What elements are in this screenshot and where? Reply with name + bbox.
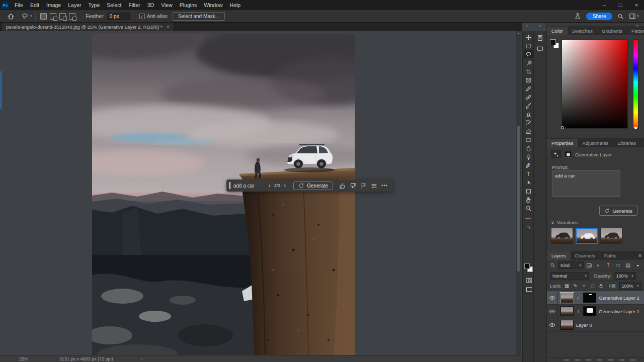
zoom-level-field[interactable]: 25% [19,356,28,361]
visibility-eye-icon[interactable] [547,291,558,305]
clone-stamp-tool[interactable] [524,110,533,118]
comments-panel-icon[interactable] [536,45,544,53]
hand-tool[interactable] [524,196,533,204]
lock-image-icon[interactable]: ✎ [573,283,579,289]
canvas-area[interactable]: add a car ‹ 2/3 › Generate ••• ▲ [0,31,522,355]
lock-all-icon[interactable] [598,283,604,289]
menu-view[interactable]: View [157,0,176,10]
layer-mask-thumbnail[interactable] [583,306,596,316]
blend-mode-select[interactable]: Normal▾ [550,272,589,280]
layer-name[interactable]: Generative Layer 1 [599,309,639,314]
type-tool[interactable]: T [524,170,533,178]
saturation-brightness-field[interactable] [561,39,628,129]
maximize-button[interactable]: □ [613,0,628,10]
menu-plugins[interactable]: Plugins [176,0,200,10]
menu-help[interactable]: Help [226,0,245,10]
gradient-tool[interactable] [524,136,533,144]
collapse-toolbar-icon[interactable]: » [525,23,528,28]
tab-paths[interactable]: Paths [600,251,621,260]
layer-thumbnail[interactable] [560,320,574,330]
lasso-tool-preset-icon[interactable]: ▾ [21,13,32,20]
brush-tool[interactable] [524,102,533,110]
marquee-tool[interactable] [524,42,533,50]
tab-gradients[interactable]: Gradients [597,27,627,35]
foreground-color-swatch[interactable] [524,263,530,269]
menu-file[interactable]: File [11,0,27,10]
tab-layers[interactable]: Layers [547,251,571,260]
panel-menu-icon[interactable]: ≡ [635,253,644,260]
history-brush-tool[interactable] [524,119,533,127]
scrollbar-thumb[interactable] [517,126,520,272]
hue-slider[interactable] [633,39,638,129]
prompt-textarea[interactable]: add a car [552,170,620,197]
quick-mask-icon[interactable] [524,276,533,284]
tab-swatches[interactable]: Swatches [568,27,597,35]
select-and-mask-button[interactable]: Select and Mask... [173,12,225,21]
antialias-checkbox[interactable]: ✓ [139,14,145,19]
variation-thumbnail-2-selected[interactable] [576,228,598,244]
foreground-background-swatches[interactable] [524,263,533,273]
report-flag-icon[interactable] [358,183,369,189]
layers-footer-icons[interactable] [547,357,644,362]
swap-colors-icon[interactable] [524,224,533,232]
document-image[interactable] [92,34,355,355]
intersect-selection-icon[interactable] [69,13,75,20]
filter-adjustment-layers-icon[interactable]: ◐ [595,262,602,268]
layer-thumbnail[interactable] [560,293,574,303]
tab-properties[interactable]: Properties [547,139,578,147]
filter-pixel-layers-icon[interactable] [586,262,592,268]
tech-preview-icon[interactable] [574,13,581,20]
layer-mask-thumbnail[interactable] [583,293,596,303]
filter-search-icon[interactable] [550,262,555,268]
close-tab-icon[interactable]: × [167,24,170,30]
workspace-icon[interactable]: ▾ [629,13,639,20]
scroll-up-icon[interactable]: ▲ [516,32,521,35]
visibility-eye-icon[interactable] [547,305,558,318]
filter-smart-objects-icon[interactable]: ▤ [624,262,632,268]
variation-thumbnail-3[interactable] [600,228,622,244]
close-button[interactable]: × [629,0,644,10]
document-tab[interactable]: pexels-angelo-duranti-3512848.jpg @ 25% … [2,23,174,31]
menu-select[interactable]: Select [103,0,125,10]
feather-input[interactable]: 0 px [107,13,130,20]
thumbs-up-icon[interactable] [337,183,348,189]
quick-selection-tool[interactable] [524,59,533,67]
eyedropper-tool[interactable] [524,84,533,93]
collapse-panels-icon[interactable]: » [636,23,638,28]
next-variation-button[interactable]: › [280,182,289,189]
tab-channels[interactable]: Channels [571,251,600,260]
move-tool[interactable] [524,33,533,41]
collapse-dock-icon[interactable]: » [538,23,541,28]
menu-image[interactable]: Image [43,0,64,10]
share-button[interactable]: Share [586,13,613,20]
visibility-eye-icon[interactable] [547,318,558,332]
menu-window[interactable]: Window [200,0,226,10]
variation-thumbnail-1[interactable] [551,228,573,244]
filter-shape-layers-icon[interactable]: □ [614,262,622,268]
filter-type-layers-icon[interactable]: T [605,262,612,268]
variations-chevron-icon[interactable]: ∨ [551,220,554,225]
menu-filter[interactable]: Filter [125,0,143,10]
layer-row-generative-layer-2[interactable]: Generative Layer 2 [547,291,644,305]
frame-tool[interactable] [524,76,533,84]
tab-libraries[interactable]: Libraries [613,139,640,147]
taskbar-more-icon[interactable]: ••• [379,183,390,188]
panel-menu-icon[interactable]: ≡ [640,140,644,147]
pen-tool[interactable] [524,161,533,169]
dodge-tool[interactable] [524,153,533,161]
taskbar-settings-icon[interactable] [369,183,379,189]
layer-row-generative-layer-1[interactable]: Generative Layer 1 [547,305,644,318]
healing-brush-tool[interactable] [524,93,533,101]
mask-link-icon[interactable] [576,308,581,315]
filter-toggle-icon[interactable]: ● [634,263,641,267]
blur-tool[interactable] [524,144,533,152]
layer-row-layer-0[interactable]: Layer 0 [547,318,644,332]
taskbar-prompt-input[interactable]: add a car [233,183,265,189]
tab-color[interactable]: Color [547,27,568,35]
shape-tool[interactable] [524,187,533,195]
layer-thumbnail[interactable] [560,306,574,316]
subtract-selection-icon[interactable] [59,13,66,20]
menu-3d[interactable]: 3D [144,0,157,10]
status-options-icon[interactable]: › [141,356,142,361]
menu-type[interactable]: Type [85,0,103,10]
